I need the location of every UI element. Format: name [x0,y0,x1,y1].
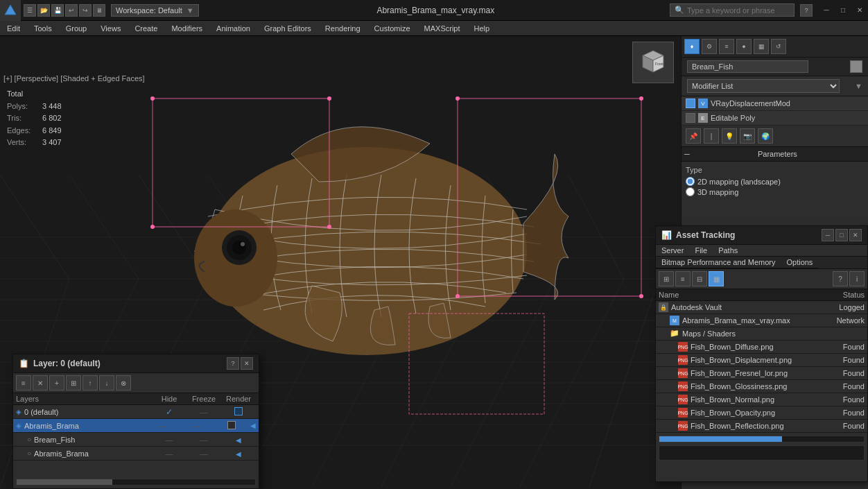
rp-tool-sel[interactable]: | [704,128,719,144]
asset-menu-paths[interactable]: Paths [713,245,743,256]
asset-help-button[interactable]: ? [833,271,848,286]
scene-icon[interactable]: 🖥 [93,4,105,17]
rp-icon-4[interactable]: ● [736,39,752,54]
menu-rendering[interactable]: Rendering [318,23,367,34]
menu-graph-editors[interactable]: Graph Editors [257,23,318,34]
modifier-check-vray[interactable] [686,98,695,108]
modifier-icon-poly: E [698,113,708,123]
layer-tool-delete[interactable]: ✕ [33,375,48,391]
rp-tool-cam[interactable]: 📷 [740,128,755,144]
layer-tool-grid[interactable]: ⊞ [66,375,81,391]
asset-path-input[interactable] [659,445,865,461]
layer-close-button[interactable]: ✕ [241,357,253,370]
modifier-check-poly[interactable] [686,113,695,123]
asset-row-diffuse-name: PNG Fish_Brown_Diffuse.png [659,342,809,352]
asset-tool-3[interactable]: ⊟ [692,271,707,286]
layer-bream-icon: ○ [27,436,31,443]
navigation-cube[interactable]: Front [632,42,674,83]
rp-icon-5[interactable]: ▦ [754,39,769,54]
type-option-2d[interactable]: 2D mapping (landscape) [686,177,864,186]
layer-question-button[interactable]: ? [227,357,239,370]
asset-row-gloss[interactable]: PNG Fish_Brown_Glossiness.png Found [656,380,867,393]
object-color-swatch[interactable] [850,60,862,73]
object-name-input[interactable] [687,60,808,73]
asset-close-button[interactable]: ✕ [849,229,862,241]
layer-row-bream[interactable]: ○ Bream_Fish — — ◀ [13,433,259,447]
asset-restore-button[interactable]: □ [835,229,848,241]
asset-row-maps[interactable]: 📁 Maps / Shaders [656,327,867,341]
rp-icon-1[interactable]: ♦ [684,39,700,54]
asset-row-reflect[interactable]: PNG Fish_Brown_Reflection.png Found [656,420,867,433]
menu-customize[interactable]: Customize [367,23,417,34]
menu-edit[interactable]: Edit [0,23,27,34]
undo-icon[interactable]: ↩ [65,4,78,17]
redo-icon[interactable]: ↪ [79,4,92,17]
layer-row-abramis[interactable]: ◈ Abramis_Brama — — ◀ [13,419,259,433]
search-bar[interactable]: 🔍 [670,3,795,17]
asset-info-button[interactable]: i [849,271,865,286]
open-icon[interactable]: 📂 [37,4,50,17]
minimize-button[interactable]: ─ [818,2,835,19]
search-input[interactable] [687,6,777,15]
asset-row-maxfile[interactable]: M Abramis_Brama_max_vray.max Network [656,314,867,327]
layer-scroll-thumb[interactable] [17,479,112,485]
asset-bitmap-menu[interactable]: Bitmap Performance and Memory [656,257,781,268]
asset-row-fresnel[interactable]: PNG Fish_Brown_Fresnel_lor.png Found [656,367,867,380]
modifier-list-dropdown[interactable]: Modifier List ▼ [682,76,868,96]
asset-table-header: Name Status [656,289,867,301]
type-radio-3d[interactable] [686,187,695,196]
layer-row-abramis2[interactable]: ○ Abramis_Brama — — ◀ [13,447,259,461]
asset-row-fresnel-status: Found [809,369,865,377]
rp-icon-3[interactable]: ≡ [719,39,734,54]
menu-views[interactable]: Views [94,23,128,34]
menu-maxscript[interactable]: MAXScript [417,23,467,34]
asset-menu-file[interactable]: File [689,245,713,256]
menu-help[interactable]: Help [467,23,497,34]
modifier-list-select[interactable]: Modifier List [687,79,840,93]
asset-row-vault[interactable]: 🔒 Autodesk Vault Logged [656,301,867,314]
menu-modifiers[interactable]: Modifiers [164,23,209,34]
asset-tracking-panel: 📊 Asset Tracking ─ □ ✕ Server File Paths… [655,225,868,482]
layer-tool-menu[interactable]: ≡ [16,375,31,391]
asset-row-normal[interactable]: PNG Fish_Brown_Normal.png Found [656,393,867,406]
asset-row-displace[interactable]: PNG Fish_Brown_Displacment.png Found [656,354,867,367]
asset-menu-server[interactable]: Server [656,245,689,256]
asset-tool-1[interactable]: ⊞ [659,271,674,286]
asset-row-diffuse[interactable]: PNG Fish_Brown_Diffuse.png Found [656,341,867,354]
rp-icon-2[interactable]: ⚙ [702,39,717,54]
rp-tool-pin[interactable]: 📌 [686,128,701,144]
png-icon-diffuse: PNG [678,342,688,352]
asset-row-normal-name: PNG Fish_Brown_Normal.png [659,395,809,404]
asset-options-menu[interactable]: Options [781,257,818,268]
layer-tool-add[interactable]: + [49,375,64,391]
layer-tool-down[interactable]: ↓ [99,375,114,391]
asset-minimize-button[interactable]: ─ [822,229,834,241]
menu-group[interactable]: Group [59,23,94,34]
type-option-3d[interactable]: 3D mapping [686,187,864,196]
nav-cube-icon: Front [636,45,670,80]
rp-tool-env[interactable]: 🌍 [758,128,773,144]
menu-create[interactable]: Create [128,23,164,34]
menu-tools[interactable]: Tools [27,23,59,34]
rp-icon-6[interactable]: ↺ [771,39,786,54]
parameters-header[interactable]: ─ Parameters [682,147,868,162]
layer-scrollbar[interactable] [16,479,256,486]
menu-animation[interactable]: Animation [209,23,257,34]
new-icon[interactable]: ☰ [24,4,36,17]
help-icon[interactable]: ? [800,4,813,17]
maximize-button[interactable]: □ [835,2,851,19]
asset-tool-4[interactable]: ▦ [709,271,724,286]
workspace-selector[interactable]: Workspace: Default ▼ [111,4,199,17]
rp-tool-light[interactable]: 💡 [722,128,737,144]
layer-tool-up[interactable]: ↑ [83,375,98,391]
close-button[interactable]: ✕ [851,2,868,19]
modifier-item-vray[interactable]: V VRayDisplacementMod [682,96,868,111]
layer-tool-sel[interactable]: ⊗ [116,375,131,391]
modifier-item-poly[interactable]: E Editable Poly [682,111,868,126]
layer-abramis-freeze: — [180,422,214,430]
asset-tool-2[interactable]: ≡ [675,271,691,286]
save-icon[interactable]: 💾 [51,4,64,17]
asset-row-opacity[interactable]: PNG Fish_Brown_Opacity.png Found [656,406,867,420]
layer-row-default[interactable]: ◈ 0 (default) ✓ — [13,405,259,419]
type-radio-2d[interactable] [686,177,695,186]
